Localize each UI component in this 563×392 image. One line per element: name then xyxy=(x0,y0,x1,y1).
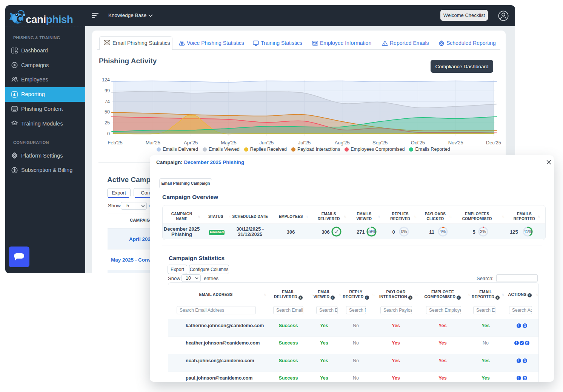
svg-text:Jul'25: Jul'25 xyxy=(298,140,311,145)
svg-text:99: 99 xyxy=(105,88,110,93)
svg-text:Nov'25: Nov'25 xyxy=(448,140,463,145)
svg-text:124: 124 xyxy=(102,77,110,83)
svg-text:Feb'25: Feb'25 xyxy=(108,140,122,145)
svg-text:Aug'25: Aug'25 xyxy=(335,140,350,145)
svg-text:0: 0 xyxy=(107,131,110,136)
svg-text:74: 74 xyxy=(105,99,110,104)
svg-text:Apr'25: Apr'25 xyxy=(184,140,198,145)
svg-text:Oct'25: Oct'25 xyxy=(411,140,425,145)
svg-text:Mar'25: Mar'25 xyxy=(146,140,160,145)
svg-text:25: 25 xyxy=(105,120,110,126)
svg-text:Sep'25: Sep'25 xyxy=(372,140,388,145)
svg-text:Jun'25: Jun'25 xyxy=(259,140,274,145)
svg-text:Dec'25: Dec'25 xyxy=(486,140,501,145)
svg-text:May'25: May'25 xyxy=(221,140,237,145)
svg-text:50: 50 xyxy=(105,109,110,115)
